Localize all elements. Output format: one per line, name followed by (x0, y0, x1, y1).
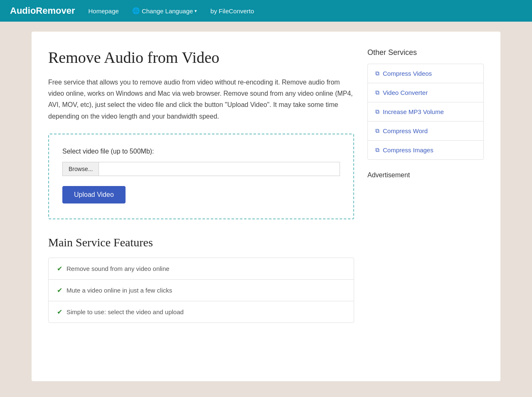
navbar: AudioRemover Homepage 🌐 Change Language … (0, 0, 532, 22)
feature-label-3: Simple to use: select the video and uplo… (66, 308, 184, 315)
sidebar-link-increase-mp3[interactable]: ⧉ Increase MP3 Volume (368, 102, 483, 122)
file-name-input[interactable] (99, 162, 340, 176)
external-link-icon-2: ⧉ (375, 89, 379, 96)
nav-brand: AudioRemover (10, 5, 75, 16)
feature-item-1: ✔ Remove sound from any video online (49, 258, 354, 280)
sidebar-links: ⧉ Compress Videos ⧉ Video Converter ⧉ In… (367, 64, 484, 160)
advertisement-label: Advertisement (367, 171, 484, 179)
nav-change-language-label: Change Language (142, 7, 193, 15)
sidebar-link-label-video-converter[interactable]: Video Converter (383, 89, 428, 96)
sidebar-link-label-compress-word[interactable]: Compress Word (383, 127, 428, 134)
page-description: Free service that allows you to remove a… (48, 77, 354, 122)
browse-button[interactable]: Browse... (62, 162, 99, 176)
sidebar-link-compress-images[interactable]: ⧉ Compress Images (368, 141, 483, 159)
external-link-icon-4: ⧉ (375, 128, 379, 134)
sidebar-link-label-compress-videos[interactable]: Compress Videos (383, 70, 432, 77)
external-link-icon-1: ⧉ (375, 70, 379, 77)
nav-change-language[interactable]: 🌐 Change Language ▾ (132, 7, 197, 15)
feature-item-3: ✔ Simple to use: select the video and up… (49, 301, 354, 323)
checkmark-icon-2: ✔ (57, 286, 62, 294)
feature-item-2: ✔ Mute a video online in just a few clic… (49, 280, 354, 301)
sidebar-link-compress-word[interactable]: ⧉ Compress Word (368, 122, 483, 141)
nav-by-fileconverto: by FileConverto (210, 7, 254, 15)
features-list: ✔ Remove sound from any video online ✔ M… (48, 258, 354, 323)
chevron-down-icon: ▾ (195, 8, 197, 14)
upload-video-button[interactable]: Upload Video (62, 186, 126, 203)
file-input-row: Browse... (62, 162, 340, 176)
external-link-icon-3: ⧉ (375, 109, 379, 115)
page-wrapper: Remove Audio from Video Free service tha… (25, 22, 507, 391)
sidebar-link-compress-videos[interactable]: ⧉ Compress Videos (368, 64, 483, 83)
globe-icon: 🌐 (132, 7, 140, 15)
sidebar-link-label-increase-mp3[interactable]: Increase MP3 Volume (383, 108, 444, 115)
nav-homepage[interactable]: Homepage (88, 7, 118, 15)
upload-box: Select video file (up to 500Mb): Browse.… (48, 134, 354, 219)
feature-label-2: Mute a video online in just a few clicks (66, 287, 172, 294)
sidebar-other-services-title: Other Services (367, 48, 484, 57)
main-content: Remove Audio from Video Free service tha… (48, 48, 354, 365)
external-link-icon-5: ⧉ (375, 147, 379, 154)
features-title: Main Service Features (48, 236, 354, 249)
page-title: Remove Audio from Video (48, 48, 354, 67)
sidebar: Other Services ⧉ Compress Videos ⧉ Video… (367, 48, 484, 365)
checkmark-icon-1: ✔ (57, 265, 62, 273)
checkmark-icon-3: ✔ (57, 308, 62, 316)
upload-label: Select video file (up to 500Mb): (62, 148, 340, 155)
feature-label-1: Remove sound from any video online (66, 265, 170, 272)
content-layout: Remove Audio from Video Free service tha… (32, 32, 500, 381)
sidebar-link-video-converter[interactable]: ⧉ Video Converter (368, 83, 483, 102)
sidebar-link-label-compress-images[interactable]: Compress Images (383, 146, 433, 154)
